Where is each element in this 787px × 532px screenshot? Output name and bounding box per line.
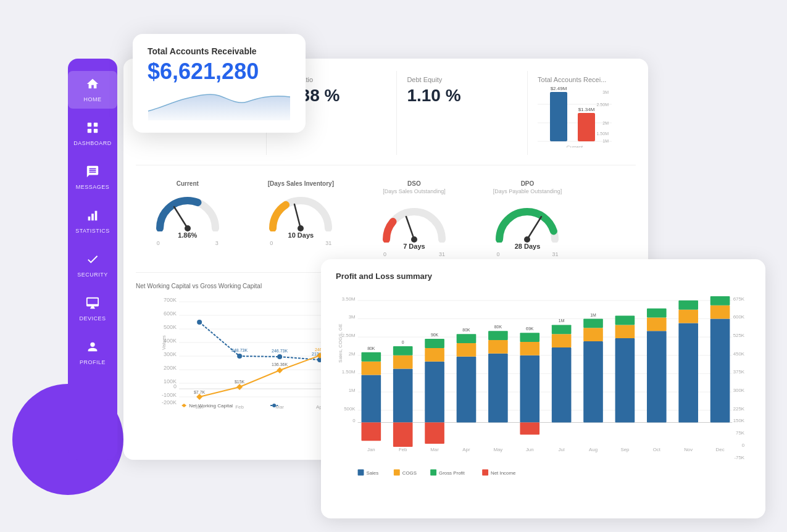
svg-text:Sep: Sep bbox=[620, 447, 630, 452]
pnl-panel: Profit and Loss summary 3.50M 3M 2.50M 2… bbox=[321, 259, 765, 518]
svg-text:80K: 80K bbox=[494, 325, 502, 329]
tooltip-title: Total Accounts Receivable bbox=[148, 46, 291, 56]
svg-rect-145 bbox=[425, 362, 444, 423]
svg-text:May: May bbox=[493, 447, 502, 452]
home-icon bbox=[86, 77, 99, 94]
svg-rect-163 bbox=[552, 347, 572, 423]
svg-point-26 bbox=[411, 236, 417, 243]
gauge-svg-dsi bbox=[267, 188, 335, 231]
svg-rect-137 bbox=[362, 352, 381, 362]
sidebar-item-security[interactable]: SECURITY bbox=[68, 246, 117, 284]
svg-text:$7.7K: $7.7K bbox=[194, 390, 206, 394]
svg-rect-147 bbox=[425, 339, 444, 348]
svg-rect-160 bbox=[520, 333, 539, 342]
svg-rect-164 bbox=[552, 334, 572, 347]
sidebar-item-profile[interactable]: PROFILE bbox=[68, 334, 117, 372]
gauge-title-current: Current bbox=[177, 180, 199, 187]
svg-text:450K: 450K bbox=[733, 351, 745, 357]
gauge-labels-dsi: 031 bbox=[270, 240, 331, 246]
svg-text:-200K: -200K bbox=[162, 399, 177, 405]
svg-line-23 bbox=[294, 204, 301, 228]
svg-text:Apr: Apr bbox=[462, 447, 470, 452]
devices-icon bbox=[86, 296, 99, 313]
svg-rect-2 bbox=[88, 129, 91, 133]
svg-text:1M: 1M bbox=[602, 139, 609, 143]
svg-rect-167 bbox=[583, 341, 603, 422]
svg-text:0: 0 bbox=[402, 340, 404, 344]
gauge-spacer bbox=[589, 175, 636, 262]
svg-text:0: 0 bbox=[742, 443, 745, 448]
sidebar-item-devices[interactable]: DEVICES bbox=[68, 290, 117, 328]
svg-text:246.73K: 246.73K bbox=[272, 349, 288, 353]
svg-rect-4 bbox=[88, 217, 91, 220]
svg-text:Feb: Feb bbox=[235, 404, 244, 410]
svg-rect-175 bbox=[647, 318, 667, 331]
svg-rect-155 bbox=[488, 340, 508, 354]
svg-text:Net Income: Net Income bbox=[491, 470, 516, 476]
svg-rect-148 bbox=[425, 422, 444, 444]
gauge-dpo: DPO [Days Payable Outstanding] 28 Days 0… bbox=[476, 175, 580, 262]
sidebar-item-statistics[interactable]: STATISTICS bbox=[68, 202, 117, 240]
gauge-title-dsi: [Days Sales Inventory] bbox=[268, 180, 334, 187]
sidebar-label-profile: PROFILE bbox=[80, 359, 106, 365]
svg-line-21 bbox=[174, 207, 188, 228]
sidebar-item-messages[interactable]: MESSAGES bbox=[68, 159, 117, 196]
svg-rect-146 bbox=[425, 348, 444, 362]
svg-marker-68 bbox=[277, 367, 283, 373]
mini-bar-chart-svg: $2.49M $1.34M Current 3M 2.50M 2M 1.50M … bbox=[538, 86, 612, 148]
profile-icon bbox=[86, 340, 99, 357]
svg-rect-141 bbox=[393, 355, 413, 369]
pnl-chart-svg: 3.50M 3M 2.50M 2M 1.50M 1M 500K 0 675K 6… bbox=[336, 288, 751, 504]
svg-rect-142 bbox=[393, 346, 413, 355]
svg-rect-172 bbox=[615, 325, 635, 338]
svg-rect-143 bbox=[393, 422, 413, 447]
svg-text:700K: 700K bbox=[164, 297, 177, 303]
sidebar-label-dashboard: DASHBOARD bbox=[73, 140, 112, 146]
svg-text:Sales: Sales bbox=[366, 470, 378, 476]
svg-text:600K: 600K bbox=[733, 314, 745, 320]
svg-text:Values: Values bbox=[161, 335, 167, 350]
svg-point-57 bbox=[277, 354, 282, 359]
svg-text:500K: 500K bbox=[344, 406, 356, 412]
svg-line-27 bbox=[527, 217, 541, 239]
svg-text:Feb: Feb bbox=[399, 447, 407, 452]
metric-value-debt: 1.10 % bbox=[407, 86, 517, 106]
svg-text:Sales, COGS, GE: Sales, COGS, GE bbox=[338, 323, 343, 362]
gauge-title-dpo: DPO bbox=[521, 180, 535, 187]
svg-text:136.36K: 136.36K bbox=[272, 362, 288, 367]
pnl-panel-title: Profit and Loss summary bbox=[336, 272, 751, 281]
svg-text:375K: 375K bbox=[733, 369, 745, 375]
gauge-labels-current: 03 bbox=[157, 240, 219, 246]
svg-rect-178 bbox=[678, 310, 698, 323]
sidebar-label-devices: DEVICES bbox=[79, 315, 106, 322]
svg-text:Net Working Capital: Net Working Capital bbox=[189, 403, 233, 409]
svg-rect-1 bbox=[94, 123, 98, 127]
svg-text:90K: 90K bbox=[431, 333, 439, 337]
tooltip-value: $6,621,280 bbox=[148, 59, 291, 85]
svg-text:1M: 1M bbox=[590, 313, 596, 317]
gauge-subtitle-dpo: [Days Payable Outstanding] bbox=[493, 188, 562, 194]
svg-rect-195 bbox=[358, 470, 364, 476]
sidebar-item-home[interactable]: HOME bbox=[68, 71, 117, 109]
gauge-svg-dso bbox=[380, 199, 448, 243]
svg-rect-169 bbox=[583, 318, 603, 328]
sidebar-item-dashboard[interactable]: DASHBOARD bbox=[68, 115, 117, 152]
svg-rect-171 bbox=[615, 338, 635, 422]
svg-text:0: 0 bbox=[173, 383, 177, 389]
svg-text:Jan: Jan bbox=[367, 447, 375, 452]
svg-text:3M: 3M bbox=[602, 90, 609, 94]
svg-text:0: 0 bbox=[352, 418, 356, 423]
svg-text:675K: 675K bbox=[733, 296, 745, 302]
svg-text:600K: 600K bbox=[164, 310, 177, 317]
svg-text:75K: 75K bbox=[736, 430, 745, 436]
svg-rect-156 bbox=[488, 331, 508, 340]
svg-text:200K: 200K bbox=[164, 365, 177, 371]
svg-line-25 bbox=[406, 217, 414, 239]
svg-rect-5 bbox=[91, 214, 94, 220]
svg-text:1M: 1M bbox=[349, 388, 356, 393]
sidebar-label-security: SECURITY bbox=[77, 272, 108, 278]
gauge-value-dpo: 28 Days bbox=[515, 243, 541, 250]
svg-rect-177 bbox=[678, 323, 698, 422]
svg-point-7 bbox=[90, 343, 94, 347]
metric-debt-equity: Debt Equity 1.10 % bbox=[397, 71, 528, 155]
